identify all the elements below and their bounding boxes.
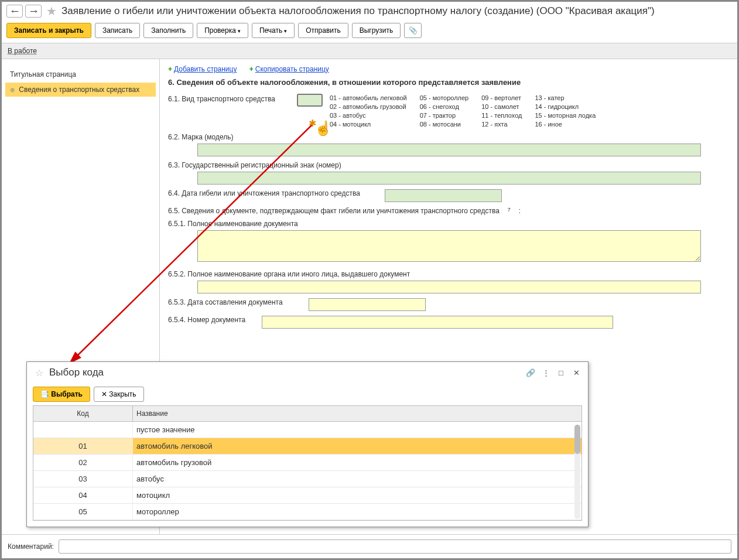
maximize-icon[interactable]: □ [555, 368, 567, 377]
back-button[interactable]: 🡐 [6, 5, 23, 18]
plus-icon: + [249, 65, 254, 73]
favorite-icon[interactable]: ★ [46, 4, 57, 18]
save-close-button[interactable]: Записать и закрыть [6, 23, 91, 38]
reg-number-input[interactable] [197, 172, 701, 185]
comment-label: Комментарий: [8, 542, 54, 551]
issuer-input[interactable] [197, 281, 701, 293]
scrollbar[interactable] [574, 425, 580, 519]
more-icon[interactable]: ⋮ [540, 368, 552, 377]
plus-icon: + [168, 65, 172, 73]
table-row[interactable]: пустое значение [33, 422, 581, 438]
table-row[interactable]: 01автомобиль легковой [33, 438, 581, 455]
expand-icon: ⊕ [10, 87, 15, 93]
popup-title: Выбор кода [49, 367, 521, 378]
status-link[interactable]: В работе [8, 47, 37, 55]
copy-page-link[interactable]: Скопировать страницу [255, 65, 329, 73]
vehicle-type-legend: 01 - автомобиль легковой02 - автомобиль … [330, 94, 596, 128]
sidebar-item-vehicles[interactable]: ⊕ Сведения о транспортных средствах [5, 83, 156, 97]
forward-button[interactable]: 🡒 [25, 5, 42, 18]
doc-name-input[interactable] [197, 230, 701, 262]
label-6-5-1: 6.5.1. Полное наименование документа [168, 220, 298, 228]
label-6-4: 6.4. Дата гибели или уничтожения транспо… [168, 189, 379, 197]
add-page-link[interactable]: Добавить страницу [174, 65, 237, 73]
table-row[interactable]: 03автобус [33, 471, 581, 487]
code-grid[interactable]: Код Название пустое значение01автомобиль… [33, 405, 582, 521]
footnote-7: 7 [508, 207, 511, 213]
attach-button[interactable]: 📎 [404, 23, 422, 38]
destruction-date-input[interactable] [385, 189, 502, 202]
vehicle-type-input[interactable] [297, 94, 323, 107]
table-row[interactable]: 02автомобиль грузовой [33, 455, 581, 471]
section-heading: 6. Сведения об объекте налогообложения, … [168, 78, 729, 87]
fill-button[interactable]: Заполнить [143, 23, 193, 38]
close-icon[interactable]: ✕ [570, 368, 582, 377]
label-6-2: 6.2. Марка (модель) [168, 133, 234, 141]
doc-date-input[interactable] [309, 298, 426, 311]
table-row[interactable]: 05мотороллер [33, 504, 581, 520]
brand-input[interactable] [197, 144, 701, 156]
status-strip: В работе [2, 43, 737, 59]
toolbar: Записать и закрыть Записать Заполнить Пр… [2, 21, 737, 43]
table-row[interactable]: 04мотоцикл [33, 487, 581, 504]
send-button[interactable]: Отправить [298, 23, 348, 38]
label-6-5-2: 6.5.2. Полное наименование органа или ин… [168, 270, 410, 278]
popup-select-button[interactable]: 📑 Выбрать [33, 387, 90, 402]
popup-close-button[interactable]: ✕ Закрыть [94, 387, 144, 402]
link-icon[interactable]: 🔗 [525, 368, 536, 377]
check-button[interactable]: Проверка▾ [197, 23, 248, 38]
col-name: Название [133, 406, 581, 421]
sidebar-item-title-page[interactable]: Титульная страница [5, 67, 156, 81]
doc-number-input[interactable] [262, 316, 613, 329]
print-button[interactable]: Печать▾ [252, 23, 295, 38]
label-6-1: 6.1. Вид транспортного средства [168, 94, 291, 103]
label-6-5: 6.5. Сведения о документе, подтверждающе… [168, 207, 499, 215]
favorite-icon[interactable]: ☆ [35, 367, 43, 378]
col-code: Код [33, 406, 133, 421]
label-6-5-4: 6.5.4. Номер документа [168, 316, 256, 324]
label-6-5-3: 6.5.3. Дата составления документа [168, 298, 303, 306]
window-title: Заявление о гибели или уничтожении объек… [61, 5, 655, 17]
label-6-3: 6.3. Государственный регистрационный зна… [168, 161, 341, 169]
code-select-popup: ☆ Выбор кода 🔗 ⋮ □ ✕ 📑 Выбрать ✕ Закрыть… [26, 361, 589, 527]
export-button[interactable]: Выгрузить [352, 23, 401, 38]
comment-input[interactable] [59, 539, 731, 554]
save-button[interactable]: Записать [95, 23, 140, 38]
